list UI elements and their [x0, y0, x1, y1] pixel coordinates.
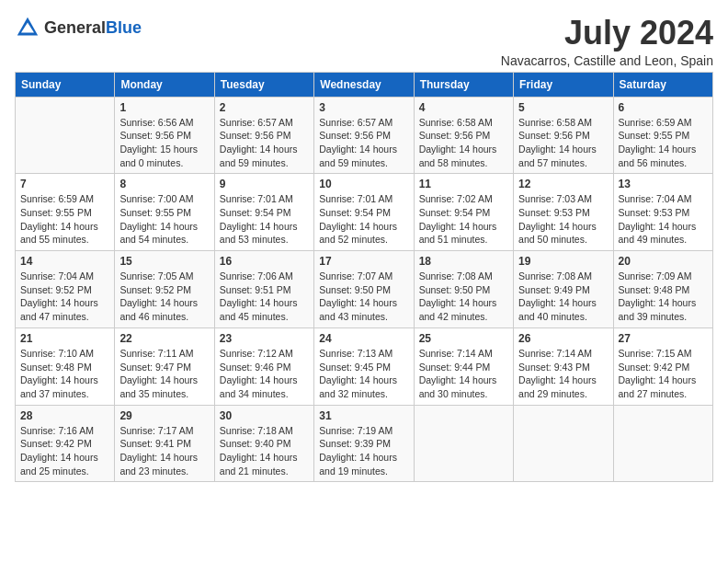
day-info: Sunrise: 6:57 AMSunset: 9:56 PMDaylight:… [319, 116, 408, 170]
month-title: July 2024 [501, 15, 713, 52]
day-number: 20 [619, 255, 708, 268]
day-info: Sunrise: 7:16 AMSunset: 9:42 PMDaylight:… [20, 424, 109, 478]
day-cell: 1Sunrise: 6:56 AMSunset: 9:56 PMDaylight… [115, 97, 214, 174]
day-number: 10 [319, 178, 408, 190]
day-number: 19 [518, 255, 608, 268]
day-info: Sunrise: 7:14 AMSunset: 9:43 PMDaylight:… [518, 347, 608, 401]
calendar-header: SundayMondayTuesdayWednesdayThursdayFrid… [16, 72, 713, 97]
day-cell: 3Sunrise: 6:57 AMSunset: 9:56 PMDaylight… [314, 97, 414, 174]
day-info: Sunrise: 7:17 AMSunset: 9:41 PMDaylight:… [119, 424, 209, 478]
day-cell: 22Sunrise: 7:11 AMSunset: 9:47 PMDayligh… [115, 327, 214, 405]
weekday-header-wednesday: Wednesday [314, 72, 414, 97]
day-number: 5 [518, 101, 608, 114]
day-cell [514, 405, 613, 482]
day-cell: 11Sunrise: 7:02 AMSunset: 9:54 PMDayligh… [414, 174, 513, 251]
day-cell: 30Sunrise: 7:18 AMSunset: 9:40 PMDayligh… [214, 405, 313, 482]
day-cell: 23Sunrise: 7:12 AMSunset: 9:46 PMDayligh… [214, 327, 313, 405]
day-info: Sunrise: 6:56 AMSunset: 9:56 PMDaylight:… [119, 116, 209, 170]
day-number: 18 [419, 255, 508, 268]
weekday-row: SundayMondayTuesdayWednesdayThursdayFrid… [16, 72, 713, 97]
day-number: 27 [619, 332, 708, 345]
day-number: 7 [20, 178, 109, 190]
day-info: Sunrise: 7:03 AMSunset: 9:53 PMDaylight:… [518, 192, 608, 247]
day-number: 13 [619, 178, 708, 190]
day-number: 12 [518, 178, 608, 190]
day-number: 26 [518, 332, 608, 345]
week-row-2: 7Sunrise: 6:59 AMSunset: 9:55 PMDaylight… [16, 174, 713, 251]
day-info: Sunrise: 7:07 AMSunset: 9:50 PMDaylight:… [319, 270, 408, 324]
day-info: Sunrise: 7:14 AMSunset: 9:44 PMDaylight:… [419, 347, 508, 401]
weekday-header-thursday: Thursday [414, 72, 513, 97]
day-cell [613, 405, 712, 482]
logo-text-general: General [44, 18, 106, 37]
day-info: Sunrise: 7:00 AMSunset: 9:55 PMDaylight:… [119, 192, 209, 247]
day-info: Sunrise: 7:04 AMSunset: 9:53 PMDaylight:… [619, 192, 708, 247]
day-cell: 17Sunrise: 7:07 AMSunset: 9:50 PMDayligh… [314, 251, 414, 328]
day-cell: 19Sunrise: 7:08 AMSunset: 9:49 PMDayligh… [514, 251, 613, 328]
day-info: Sunrise: 6:57 AMSunset: 9:56 PMDaylight:… [220, 116, 309, 170]
logo-icon [15, 15, 40, 40]
day-number: 22 [119, 332, 209, 345]
day-info: Sunrise: 6:59 AMSunset: 9:55 PMDaylight:… [20, 192, 109, 247]
day-cell: 26Sunrise: 7:14 AMSunset: 9:43 PMDayligh… [514, 327, 613, 405]
day-info: Sunrise: 7:15 AMSunset: 9:42 PMDaylight:… [619, 347, 708, 401]
day-number: 16 [220, 255, 309, 268]
day-cell: 24Sunrise: 7:13 AMSunset: 9:45 PMDayligh… [314, 327, 414, 405]
day-info: Sunrise: 7:06 AMSunset: 9:51 PMDaylight:… [220, 270, 309, 324]
weekday-header-tuesday: Tuesday [214, 72, 313, 97]
day-info: Sunrise: 7:02 AMSunset: 9:54 PMDaylight:… [419, 192, 508, 247]
day-cell: 15Sunrise: 7:05 AMSunset: 9:52 PMDayligh… [115, 251, 214, 328]
day-number: 28 [20, 409, 109, 422]
day-cell: 21Sunrise: 7:10 AMSunset: 9:48 PMDayligh… [16, 327, 115, 405]
day-cell: 25Sunrise: 7:14 AMSunset: 9:44 PMDayligh… [414, 327, 513, 405]
day-info: Sunrise: 7:18 AMSunset: 9:40 PMDaylight:… [220, 424, 309, 478]
day-number: 15 [119, 255, 209, 268]
day-info: Sunrise: 6:58 AMSunset: 9:56 PMDaylight:… [419, 116, 508, 170]
title-block: July 2024 Navacarros, Castille and Leon,… [501, 15, 713, 68]
day-cell: 18Sunrise: 7:08 AMSunset: 9:50 PMDayligh… [414, 251, 513, 328]
week-row-3: 14Sunrise: 7:04 AMSunset: 9:52 PMDayligh… [16, 251, 713, 328]
logo-text-blue: Blue [106, 18, 142, 37]
calendar-body: 1Sunrise: 6:56 AMSunset: 9:56 PMDaylight… [16, 97, 713, 482]
day-number: 3 [319, 101, 408, 114]
day-number: 8 [119, 178, 209, 190]
day-number: 6 [619, 101, 708, 114]
day-info: Sunrise: 7:05 AMSunset: 9:52 PMDaylight:… [119, 270, 209, 324]
week-row-5: 28Sunrise: 7:16 AMSunset: 9:42 PMDayligh… [16, 405, 713, 482]
day-info: Sunrise: 7:09 AMSunset: 9:48 PMDaylight:… [619, 270, 708, 324]
day-info: Sunrise: 7:19 AMSunset: 9:39 PMDaylight:… [319, 424, 408, 478]
day-cell: 12Sunrise: 7:03 AMSunset: 9:53 PMDayligh… [514, 174, 613, 251]
day-info: Sunrise: 7:10 AMSunset: 9:48 PMDaylight:… [20, 347, 109, 401]
day-number: 9 [220, 178, 309, 190]
week-row-4: 21Sunrise: 7:10 AMSunset: 9:48 PMDayligh… [16, 327, 713, 405]
day-info: Sunrise: 7:11 AMSunset: 9:47 PMDaylight:… [119, 347, 209, 401]
day-cell: 28Sunrise: 7:16 AMSunset: 9:42 PMDayligh… [16, 405, 115, 482]
day-number: 29 [119, 409, 209, 422]
day-info: Sunrise: 7:08 AMSunset: 9:49 PMDaylight:… [518, 270, 608, 324]
day-cell: 14Sunrise: 7:04 AMSunset: 9:52 PMDayligh… [16, 251, 115, 328]
day-cell: 29Sunrise: 7:17 AMSunset: 9:41 PMDayligh… [115, 405, 214, 482]
day-number: 11 [419, 178, 508, 190]
weekday-header-friday: Friday [514, 72, 613, 97]
week-row-1: 1Sunrise: 6:56 AMSunset: 9:56 PMDaylight… [16, 97, 713, 174]
day-info: Sunrise: 7:08 AMSunset: 9:50 PMDaylight:… [419, 270, 508, 324]
logo: GeneralBlue [15, 15, 142, 40]
day-cell: 7Sunrise: 6:59 AMSunset: 9:55 PMDaylight… [16, 174, 115, 251]
day-cell: 13Sunrise: 7:04 AMSunset: 9:53 PMDayligh… [613, 174, 712, 251]
day-cell [16, 97, 115, 174]
day-cell: 8Sunrise: 7:00 AMSunset: 9:55 PMDaylight… [115, 174, 214, 251]
weekday-header-saturday: Saturday [613, 72, 712, 97]
day-cell: 16Sunrise: 7:06 AMSunset: 9:51 PMDayligh… [214, 251, 313, 328]
day-number: 23 [220, 332, 309, 345]
calendar-table: SundayMondayTuesdayWednesdayThursdayFrid… [15, 72, 713, 483]
day-cell: 5Sunrise: 6:58 AMSunset: 9:56 PMDaylight… [514, 97, 613, 174]
day-info: Sunrise: 6:58 AMSunset: 9:56 PMDaylight:… [518, 116, 608, 170]
weekday-header-monday: Monday [115, 72, 214, 97]
day-cell: 4Sunrise: 6:58 AMSunset: 9:56 PMDaylight… [414, 97, 513, 174]
page-header: GeneralBlue July 2024 Navacarros, Castil… [15, 15, 713, 68]
day-info: Sunrise: 7:04 AMSunset: 9:52 PMDaylight:… [20, 270, 109, 324]
day-number: 31 [319, 409, 408, 422]
day-cell: 27Sunrise: 7:15 AMSunset: 9:42 PMDayligh… [613, 327, 712, 405]
day-number: 21 [20, 332, 109, 345]
day-cell: 31Sunrise: 7:19 AMSunset: 9:39 PMDayligh… [314, 405, 414, 482]
